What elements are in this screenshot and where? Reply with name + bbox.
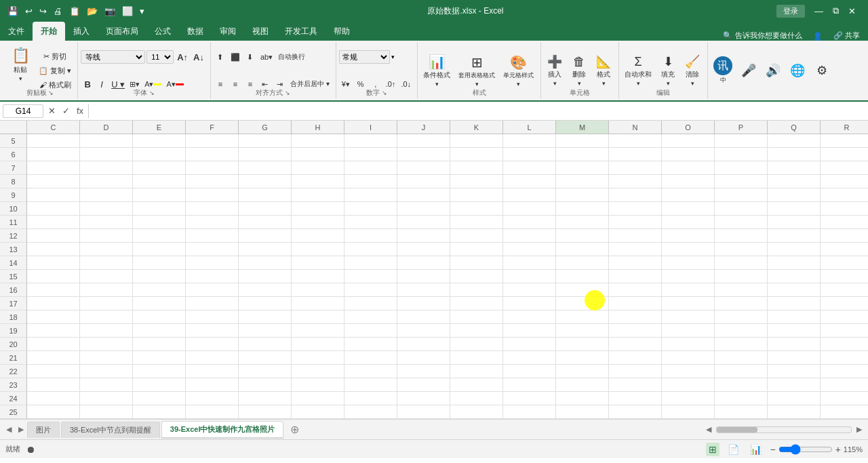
shape-icon[interactable]: ⬜ bbox=[120, 5, 135, 18]
cell-D24[interactable] bbox=[80, 392, 133, 405]
paste-dropdown[interactable]: ▾ bbox=[19, 75, 22, 82]
cell-C13[interactable] bbox=[27, 243, 80, 256]
cell-J19[interactable] bbox=[397, 324, 450, 338]
undo-icon[interactable]: ↩ bbox=[23, 5, 35, 18]
cell-C14[interactable] bbox=[27, 256, 80, 270]
cell-G12[interactable] bbox=[239, 229, 292, 243]
cell-G14[interactable] bbox=[239, 256, 292, 270]
cell-K16[interactable] bbox=[450, 283, 503, 297]
cell-K5[interactable] bbox=[450, 134, 503, 148]
cell-I12[interactable] bbox=[344, 229, 397, 243]
cell-K12[interactable] bbox=[450, 229, 503, 243]
table-format-button[interactable]: ⊞ 套用表格格式 ▾ bbox=[456, 49, 498, 92]
cell-D6[interactable] bbox=[80, 148, 133, 161]
cell-I11[interactable] bbox=[344, 216, 397, 229]
sheet-tab-39[interactable]: 39-Excel中快速制作九宫格照片 bbox=[161, 421, 284, 439]
cell-L16[interactable] bbox=[503, 283, 556, 297]
font-name-select[interactable]: 等线 bbox=[81, 50, 145, 64]
cell-P7[interactable] bbox=[715, 161, 768, 175]
cell-K15[interactable] bbox=[450, 270, 503, 283]
cell-O23[interactable] bbox=[662, 378, 715, 392]
col-header-m[interactable]: M bbox=[556, 121, 609, 134]
cell-L15[interactable] bbox=[503, 270, 556, 283]
cell-D13[interactable] bbox=[80, 243, 133, 256]
cell-Q25[interactable] bbox=[768, 405, 821, 419]
cell-F21[interactable] bbox=[186, 351, 239, 365]
cell-G19[interactable] bbox=[239, 324, 292, 338]
decrease-font-button[interactable]: A↓ bbox=[191, 50, 206, 64]
cell-E6[interactable] bbox=[133, 148, 186, 161]
row-header-20[interactable]: 20 bbox=[0, 338, 27, 351]
align-bottom-button[interactable]: ⬇ bbox=[243, 50, 257, 64]
grid-wrapper[interactable]: 5678910111213141516171819202122232425 bbox=[0, 134, 868, 419]
cell-F14[interactable] bbox=[186, 256, 239, 270]
mic-button[interactable]: 🎤 bbox=[738, 49, 760, 92]
cell-F5[interactable] bbox=[186, 134, 239, 148]
cell-L22[interactable] bbox=[503, 365, 556, 378]
col-header-d[interactable]: D bbox=[80, 121, 133, 134]
cell-P5[interactable] bbox=[715, 134, 768, 148]
cell-J13[interactable] bbox=[397, 243, 450, 256]
cell-M18[interactable] bbox=[556, 310, 609, 324]
row-header-24[interactable]: 24 bbox=[0, 392, 27, 405]
cell-D25[interactable] bbox=[80, 405, 133, 419]
cell-R9[interactable] bbox=[821, 188, 868, 202]
cell-M14[interactable] bbox=[556, 256, 609, 270]
row-header-23[interactable]: 23 bbox=[0, 378, 27, 392]
cell-C22[interactable] bbox=[27, 365, 80, 378]
cell-L6[interactable] bbox=[503, 148, 556, 161]
cell-G9[interactable] bbox=[239, 188, 292, 202]
cell-E20[interactable] bbox=[133, 338, 186, 351]
cell-N20[interactable] bbox=[609, 338, 662, 351]
cell-C12[interactable] bbox=[27, 229, 80, 243]
cell-G21[interactable] bbox=[239, 351, 292, 365]
cell-M23[interactable] bbox=[556, 378, 609, 392]
cell-P16[interactable] bbox=[715, 283, 768, 297]
sheet-tab-pictures[interactable]: 图片 bbox=[27, 422, 60, 438]
col-header-k[interactable]: K bbox=[450, 121, 503, 134]
cell-C24[interactable] bbox=[27, 392, 80, 405]
cell-I7[interactable] bbox=[344, 161, 397, 175]
cell-P21[interactable] bbox=[715, 351, 768, 365]
cell-Q5[interactable] bbox=[768, 134, 821, 148]
tab-home[interactable]: 开始 bbox=[33, 22, 65, 41]
cell-N14[interactable] bbox=[609, 256, 662, 270]
cell-O7[interactable] bbox=[662, 161, 715, 175]
row-header-5[interactable]: 5 bbox=[0, 134, 27, 148]
cell-Q14[interactable] bbox=[768, 256, 821, 270]
conditional-format-button[interactable]: 📊 条件格式 ▾ bbox=[420, 49, 453, 92]
cell-Q15[interactable] bbox=[768, 270, 821, 283]
print-icon[interactable]: 🖨 bbox=[52, 5, 64, 18]
number-format-dropdown[interactable]: ▾ bbox=[391, 54, 395, 60]
row-header-11[interactable]: 11 bbox=[0, 216, 27, 229]
cell-L5[interactable] bbox=[503, 134, 556, 148]
cell-E11[interactable] bbox=[133, 216, 186, 229]
cell-M15[interactable] bbox=[556, 270, 609, 283]
cell-O5[interactable] bbox=[662, 134, 715, 148]
row-header-18[interactable]: 18 bbox=[0, 310, 27, 324]
cell-H11[interactable] bbox=[292, 216, 344, 229]
cell-L17[interactable] bbox=[503, 297, 556, 310]
save-icon[interactable]: 💾 bbox=[5, 5, 20, 18]
tab-view[interactable]: 视图 bbox=[244, 22, 277, 41]
cell-H24[interactable] bbox=[292, 392, 344, 405]
cell-E5[interactable] bbox=[133, 134, 186, 148]
clear-button[interactable]: 🧹 清除 ▾ bbox=[682, 49, 703, 92]
cell-M7[interactable] bbox=[556, 161, 609, 175]
cell-J18[interactable] bbox=[397, 310, 450, 324]
cell-H14[interactable] bbox=[292, 256, 344, 270]
cell-K14[interactable] bbox=[450, 256, 503, 270]
tab-help[interactable]: 帮助 bbox=[326, 22, 358, 41]
cell-O20[interactable] bbox=[662, 338, 715, 351]
cell-H12[interactable] bbox=[292, 229, 344, 243]
row-header-9[interactable]: 9 bbox=[0, 188, 27, 202]
tab-formula[interactable]: 公式 bbox=[146, 22, 179, 41]
cell-G20[interactable] bbox=[239, 338, 292, 351]
page-break-view-button[interactable]: 📊 bbox=[747, 443, 764, 456]
cell-C5[interactable] bbox=[27, 134, 80, 148]
cell-C16[interactable] bbox=[27, 283, 80, 297]
cell-N19[interactable] bbox=[609, 324, 662, 338]
open-icon[interactable]: 📂 bbox=[85, 5, 100, 18]
cell-J14[interactable] bbox=[397, 256, 450, 270]
ifly-button[interactable]: 讯 中 bbox=[711, 49, 735, 92]
